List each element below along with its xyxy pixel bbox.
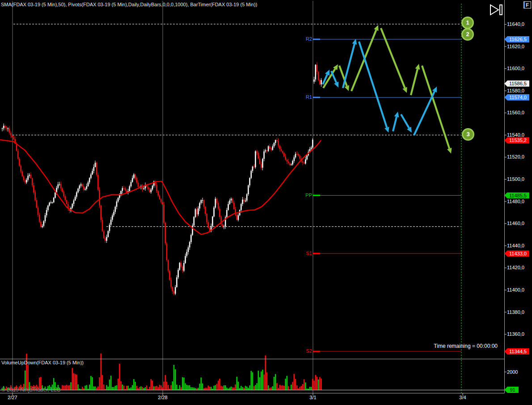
price-tick-label: 11440,0 (507, 243, 524, 249)
time-label-2/28: 2/28 (158, 395, 167, 400)
price-tick-label: 11500,0 (507, 176, 524, 182)
projection-arrowhead (345, 85, 349, 91)
price-tick-label: 11520,0 (507, 154, 524, 160)
skip-to-end-icon[interactable] (488, 4, 505, 16)
indicator-label: SMA(FDAX 03-19 (5 Min),50), Pivots(FDAX … (1, 2, 257, 8)
price-tick-label: 11620,0 (507, 44, 524, 50)
price-badge-pivot-r1: 11574,0 (504, 94, 529, 100)
price-tick-label: 11580,0 (507, 88, 524, 94)
drawing-marker-2[interactable]: 2 (461, 28, 474, 41)
projection-arrow[interactable] (411, 69, 418, 95)
projection-arrow[interactable] (422, 66, 449, 149)
time-label-3/4: 3/4 (459, 395, 466, 400)
projection-arrowhead (394, 112, 399, 117)
price-tick-label: 11420,0 (507, 265, 524, 271)
price-tick-label: 11540,0 (507, 132, 524, 138)
projection-arrow[interactable] (359, 42, 387, 128)
time-label-2/27: 2/27 (8, 395, 17, 400)
price-badge-pivot-s2: 11344,5 (504, 348, 529, 355)
price-tick-label: 11640,0 (507, 21, 524, 27)
sma-line (0, 140, 321, 234)
price-badge-pivot-s1: 11433,0 (504, 251, 529, 257)
projection-arrowhead (447, 148, 452, 154)
price-badge-pivot-r2: 11626,5 (504, 36, 529, 42)
pivot-label-R1: R1 (295, 94, 312, 100)
price-tick-label: 11460,0 (507, 221, 524, 226)
price-badge-sma-value: 11535,2 (504, 137, 529, 143)
drawing-marker-3[interactable]: 3 (462, 128, 474, 141)
copyright-label: © 2019 NinjaTrader, LLC (1, 387, 60, 393)
price-tick-label: 11480,0 (507, 199, 524, 205)
pivot-label-PP: PP (295, 192, 312, 198)
projection-arrowhead (384, 127, 389, 133)
price-tick-label: 11380,0 (507, 309, 524, 315)
projection-arrowhead (415, 64, 420, 70)
drawing-marker-1[interactable]: 1 (461, 17, 474, 29)
price-tick-label: 11400,0 (507, 287, 524, 293)
projection-arrow[interactable] (393, 117, 397, 131)
projection-arrowhead (352, 39, 357, 45)
bar-timer-label: Time remaining = 00:00:00 (434, 343, 498, 349)
pivot-label-S2: S2 (295, 348, 312, 354)
pivot-label-R2: R2 (295, 36, 312, 42)
projection-arrow[interactable] (343, 44, 355, 88)
pivot-label-S1: S1 (295, 251, 312, 256)
volume-indicator-label: VolumeUpDown(FDAX 03-19 (5 Min)) (1, 360, 84, 366)
projection-arrow[interactable] (381, 28, 405, 88)
volume-tick-label: 2000 (507, 369, 518, 375)
price-tick-label: 11560,0 (507, 110, 524, 116)
time-label-3/1: 3/1 (309, 395, 316, 400)
price-tick-label: 11360,0 (507, 331, 524, 337)
projection-arrow[interactable] (414, 92, 435, 135)
price-badge-last-price: 11586,5 (504, 80, 529, 87)
price-tick-label: 11600,0 (507, 66, 524, 71)
projection-arrow[interactable] (401, 114, 409, 128)
instrument-f-icon[interactable]: F (524, 1, 531, 8)
price-badge-pivot-pp: 11485,5 (504, 192, 529, 199)
